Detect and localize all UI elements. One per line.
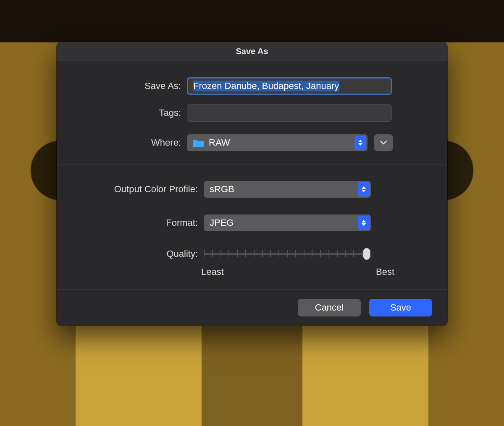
- updown-icon: [358, 182, 370, 196]
- where-value: RAW: [209, 137, 230, 148]
- quality-min-label: Least: [201, 267, 224, 277]
- updown-icon: [354, 136, 366, 150]
- label-quality: Quality:: [74, 248, 204, 259]
- section-file: Save As: Tags: Where: RAW: [57, 61, 447, 165]
- slider-ticks: [204, 250, 371, 258]
- quality-max-label: Best: [376, 267, 394, 277]
- save-button[interactable]: Save: [369, 299, 432, 316]
- row-quality: Quality:: [74, 248, 430, 260]
- format-select[interactable]: JPEG: [204, 214, 371, 231]
- row-format: Format: JPEG: [74, 214, 430, 231]
- where-select[interactable]: RAW: [187, 134, 368, 151]
- row-where: Where: RAW: [74, 134, 430, 151]
- quality-slider[interactable]: [204, 248, 371, 260]
- section-output: Output Color Profile: sRGB Format: JPEG: [57, 165, 447, 289]
- color-profile-select[interactable]: sRGB: [204, 181, 371, 198]
- quality-range-labels: Least Best: [201, 267, 394, 277]
- color-profile-value: sRGB: [210, 184, 234, 195]
- row-tags: Tags:: [74, 104, 430, 122]
- slider-thumb[interactable]: [363, 248, 370, 260]
- tags-input[interactable]: [187, 104, 392, 122]
- dialog-title: Save As: [57, 42, 447, 61]
- row-color-profile: Output Color Profile: sRGB: [74, 181, 430, 198]
- label-save-as: Save As:: [74, 81, 187, 91]
- label-color-profile: Output Color Profile:: [74, 184, 204, 195]
- label-format: Format:: [74, 217, 204, 228]
- expand-button[interactable]: [374, 134, 393, 151]
- chevron-down-icon: [380, 141, 387, 145]
- updown-icon: [358, 216, 370, 230]
- row-save-as: Save As:: [74, 77, 430, 95]
- save-as-dialog: Save As Save As: Tags: Where:: [57, 42, 447, 326]
- label-where: Where:: [74, 137, 187, 148]
- format-value: JPEG: [210, 217, 234, 228]
- filename-input[interactable]: [187, 77, 392, 95]
- cancel-button[interactable]: Cancel: [298, 299, 361, 316]
- label-tags: Tags:: [74, 107, 187, 118]
- dialog-footer: Cancel Save: [57, 289, 447, 326]
- folder-icon: [193, 139, 204, 147]
